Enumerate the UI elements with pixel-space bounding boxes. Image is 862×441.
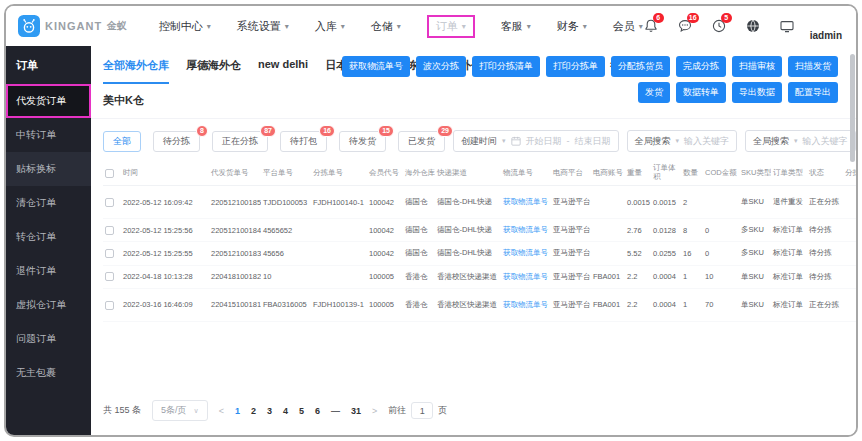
button-发货[interactable]: 发货 [638,82,670,103]
page-5[interactable]: 5 [299,406,304,416]
get-tracking-number-link[interactable]: 获取物流单号 [503,197,548,206]
button-配置导出[interactable]: 配置导出 [788,82,838,103]
page-1[interactable]: 1 [235,406,240,416]
button-波次分拣[interactable]: 波次分拣 [416,56,466,77]
page-6[interactable]: 6 [315,406,320,416]
menu-订单[interactable]: 订单▾ [427,15,475,38]
search-group-1[interactable]: 全局搜索▾输入关键字 [627,130,738,152]
bell-icon[interactable]: 6 [643,18,660,35]
tab-全部海外仓库[interactable]: 全部海外仓库 [103,58,169,84]
cell-warehouse: 德国仓 [403,186,435,219]
subtab-美中K仓[interactable]: 美中K仓 [103,93,144,108]
globe-icon[interactable] [745,18,762,35]
cell-platform_no: 4565652 [261,219,311,242]
cell-order_type: 标准订单 [771,265,807,288]
page-numbers: 123456—31 [235,406,361,416]
scrollbar-thumb[interactable] [850,54,855,162]
table-row: 2022-05-12 15:25:55220512100183456561000… [103,242,858,265]
get-tracking-number-link[interactable]: 获取物流单号 [503,300,548,309]
menu-入库[interactable]: 入库▾ [315,19,345,34]
search-group-2[interactable]: 全局搜索▾输入关键字 [745,130,856,152]
sidebar-item-转仓订单[interactable]: 转仓订单 [6,220,91,254]
button-获取物流单号[interactable]: 获取物流单号 [342,56,410,77]
sidebar-item-问题订单[interactable]: 问题订单 [6,322,91,356]
menu-label: 仓储 [371,19,393,34]
button-扫描发货[interactable]: 扫描发货 [788,56,838,77]
total-count: 共 155 条 [103,404,141,417]
sidebar-item-清仓订单[interactable]: 清仓订单 [6,186,91,220]
sidebar-item-中转订单[interactable]: 中转订单 [6,118,91,152]
sidebar-item-退件订单[interactable]: 退件订单 [6,254,91,288]
cell-channel: 香港校区快递渠道 [435,288,501,321]
row-checkbox[interactable] [105,226,114,235]
chip-待发货[interactable]: 待发货15 [339,131,386,152]
header-COD金额: COD金额 [703,161,739,186]
page-3[interactable]: 3 [267,406,272,416]
brand-name: KINGANT [45,20,102,32]
page-4[interactable]: 4 [283,406,288,416]
cell-order_type: 标准订单 [771,219,807,242]
sidebar-item-无主包裹[interactable]: 无主包裹 [6,356,91,390]
tab-厚德海外仓[interactable]: 厚德海外仓 [186,58,241,84]
get-tracking-number-link[interactable]: 获取物流单号 [503,225,548,234]
select-all-checkbox[interactable] [105,169,114,178]
button-完成分拣[interactable]: 完成分拣 [676,56,726,77]
button-打印分拣单[interactable]: 打印分拣单 [546,56,605,77]
chevron-down-icon: ▾ [502,137,506,145]
button-导出数据[interactable]: 导出数据 [732,82,782,103]
next-page-button[interactable]: > [372,406,377,416]
row-checkbox[interactable] [105,301,114,310]
menu-财务[interactable]: 财务▾ [557,19,587,34]
menu-会员[interactable]: 会员▾ [613,19,643,34]
date-filter[interactable]: 创建时间 ▾ 开始日期 - 结束日期 [453,130,619,152]
chip-已发货[interactable]: 已发货29 [398,131,445,152]
chip-待分拣[interactable]: 待分拣8 [153,131,200,152]
sidebar-item-贴标换标[interactable]: 贴标换标 [6,152,91,186]
row-checkbox[interactable] [105,198,114,207]
chip-全部[interactable]: 全部 [103,131,141,152]
sidebar: 订单 代发货订单中转订单贴标换标清仓订单转仓订单退件订单虚拟仓订单问题订单无主包… [6,46,91,435]
chevron-down-icon: ▾ [341,22,345,31]
page-31[interactable]: 31 [351,406,361,416]
row-checkbox[interactable] [105,272,114,281]
cell-qty: 16 [681,242,703,265]
button-打印分拣清单[interactable]: 打印分拣清单 [472,56,540,77]
chat-icon[interactable]: 16 [677,18,694,35]
get-tracking-number-link[interactable]: 获取物流单号 [503,248,548,257]
tab-new delhi[interactable]: new delhi [258,58,308,84]
cell-platform_no: 45656 [261,242,311,265]
menu-客服[interactable]: 客服▾ [501,19,531,34]
notification-badge: 16 [687,13,699,23]
cell-order_no: 220418100182 [209,265,261,288]
chip-待打包[interactable]: 待打包16 [280,131,327,152]
button-扫描审核[interactable]: 扫描审核 [732,56,782,77]
table-body: 2022-05-12 16:09:42220512100185TJDD10005… [103,186,858,322]
menu-label: 控制中心 [159,19,203,34]
filter-bar: 全部待分拣8正在分拣87待打包16待发货15已发货29 创建时间 ▾ 开始日期 … [91,119,856,161]
clock-icon[interactable]: 5 [711,18,728,35]
menu-系统设置[interactable]: 系统设置▾ [237,19,289,34]
jump-page-input[interactable]: 1 [411,402,433,419]
button-数据转单[interactable]: 数据转单 [676,82,726,103]
cell-member: 100042 [367,219,403,242]
get-tracking-number-link[interactable]: 获取物流单号 [503,272,548,281]
username[interactable]: iadmin [810,30,842,41]
button-分配拣货员[interactable]: 分配拣货员 [611,56,670,77]
cell-logistics: 获取物流单号 [501,219,551,242]
brand-logo[interactable]: KINGANT 金蚁 [18,15,159,37]
menu-label: 财务 [557,19,579,34]
sidebar-item-代发货订单[interactable]: 代发货订单 [6,84,91,118]
jump-label: 前往 [388,404,406,417]
row-checkbox[interactable] [105,249,114,258]
menu-控制中心[interactable]: 控制中心▾ [159,19,211,34]
menu-仓储[interactable]: 仓储▾ [371,19,401,34]
orders-table: 时间代发货单号平台单号分拣单号会员代号海外仓库快递渠道物流单号电商平台电商账号重… [103,161,858,322]
cell-sku_type: 单SKU [739,265,771,288]
chip-正在分拣[interactable]: 正在分拣87 [212,131,268,152]
page-2[interactable]: 2 [251,406,256,416]
cell-platform: 亚马逊平台 [551,242,591,265]
monitor-icon[interactable] [779,18,796,35]
prev-page-button[interactable]: < [219,406,224,416]
sidebar-item-虚拟仓订单[interactable]: 虚拟仓订单 [6,288,91,322]
page-size-select[interactable]: 5条/页 ∨ [152,400,208,421]
